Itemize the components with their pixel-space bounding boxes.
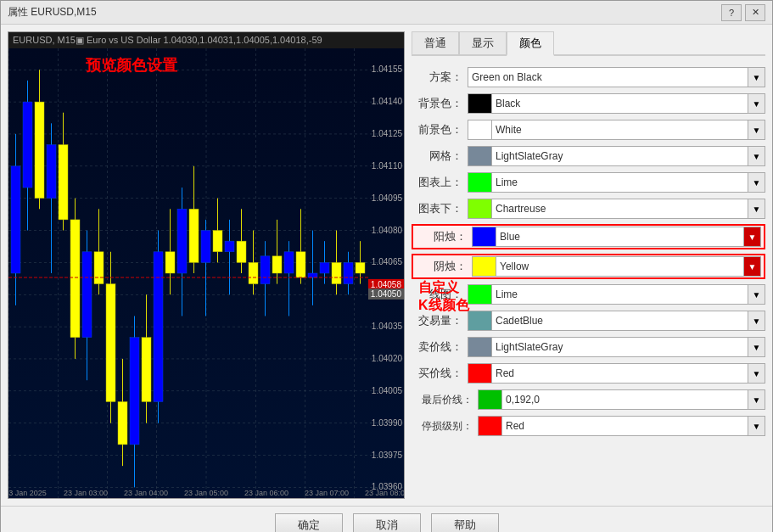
select-ask[interactable]: LightSlateGray ▼: [468, 337, 765, 357]
label-chart-up: 图表上：: [412, 175, 462, 190]
title-bar: 属性 EURUSD,M15 ? ✕: [1, 1, 772, 25]
tab-normal[interactable]: 普通: [412, 31, 459, 54]
row-bear-candle: 阴烛： Yellow ▼: [412, 254, 765, 279]
swatch-chart-down: [468, 199, 492, 218]
label-stoploss: 停损级别：: [412, 419, 473, 434]
label-bid: 买价线：: [412, 366, 462, 381]
select-fg[interactable]: White ▼: [468, 120, 765, 140]
select-chart-down[interactable]: Chartreuse ▼: [468, 199, 765, 219]
main-window: 属性 EURUSD,M15 ? ✕ 预览颜色设置 EURUSD, M15▣ Eu…: [0, 0, 773, 532]
arrow-chart-up[interactable]: ▼: [748, 173, 765, 192]
label-fg: 前景色：: [412, 122, 462, 137]
title-bar-left: 属性 EURUSD,M15: [8, 5, 97, 20]
row-scheme: 方案： Green on Black ▼: [412, 66, 765, 88]
swatch-chart-up: [468, 173, 492, 192]
arrow-bear-candle[interactable]: ▼: [743, 257, 760, 276]
swatch-volume: [468, 311, 492, 330]
row-chart-down: 图表下： Chartreuse ▼: [412, 198, 765, 220]
annotation-mid: 自定义K线颜色: [418, 279, 469, 315]
swatch-stoploss: [479, 417, 502, 435]
swatch-fg: [468, 120, 492, 139]
arrow-volume[interactable]: ▼: [748, 311, 765, 330]
label-chart-down: 图表下：: [412, 201, 462, 216]
row-fg: 前景色： White ▼: [412, 119, 765, 141]
arrow-line[interactable]: ▼: [748, 285, 765, 304]
row-bid: 买价线： Red ▼: [412, 362, 765, 384]
label-grid: 网格：: [412, 148, 462, 164]
label-scheme: 方案：: [412, 70, 462, 85]
help-button[interactable]: ?: [721, 4, 742, 21]
select-line[interactable]: Lime ▼: [468, 284, 765, 305]
row-stoploss: 停损级别： Red ▼: [412, 415, 765, 437]
value-fg: White: [492, 124, 748, 136]
label-bear-candle: 阴烛：: [416, 259, 467, 274]
select-grid[interactable]: LightSlateGray ▼: [468, 146, 765, 166]
help-btn[interactable]: 帮助: [431, 513, 499, 532]
content-area: 预览颜色设置 EURUSD, M15▣ Euro vs US Dollar 1.…: [1, 25, 772, 506]
swatch-grid: [468, 147, 492, 165]
arrow-bull-candle[interactable]: ▼: [743, 227, 760, 246]
value-bg: Black: [492, 98, 748, 109]
label-volume: 交易量：: [412, 313, 462, 328]
settings-panel: 普通 显示 颜色 方案： Green on Black ▼ 背景色：: [412, 31, 765, 499]
swatch-bid: [468, 364, 492, 383]
price-label-2: 1.04050: [368, 288, 404, 300]
row-ask: 卖价线： LightSlateGray ▼: [412, 336, 765, 358]
value-bull-candle: Blue: [496, 231, 743, 243]
arrow-grid[interactable]: ▼: [748, 147, 765, 165]
select-bg[interactable]: Black ▼: [468, 93, 765, 114]
row-grid: 网格： LightSlateGray ▼: [412, 145, 765, 167]
cancel-button[interactable]: 取消: [353, 513, 421, 532]
select-stoploss[interactable]: Red ▼: [478, 416, 765, 436]
label-ask: 卖价线：: [412, 339, 462, 355]
tab-color[interactable]: 颜色: [507, 31, 554, 56]
value-last: 0,192,0: [502, 394, 748, 406]
value-stoploss: Red: [502, 420, 748, 432]
value-line: Lime: [492, 288, 748, 300]
bottom-bar: 确定 取消 帮助: [1, 506, 772, 532]
select-bid[interactable]: Red ▼: [468, 363, 765, 384]
select-chart-up[interactable]: Lime ▼: [468, 172, 765, 193]
swatch-bg: [468, 94, 492, 113]
arrow-chart-down[interactable]: ▼: [748, 199, 765, 218]
select-bear-candle[interactable]: Yellow ▼: [472, 256, 761, 277]
swatch-ask: [468, 338, 492, 356]
chart-header: EURUSD, M15▣ Euro vs US Dollar 1.04030,1…: [8, 32, 404, 48]
tabs-row: 普通 显示 颜色: [412, 31, 765, 56]
chart-panel: EURUSD, M15▣ Euro vs US Dollar 1.04030,1…: [8, 31, 405, 499]
arrow-bid[interactable]: ▼: [748, 364, 765, 383]
value-bid: Red: [492, 367, 748, 379]
select-volume[interactable]: CadetBlue ▼: [468, 311, 765, 331]
row-chart-up: 图表上： Lime ▼: [412, 171, 765, 193]
arrow-stoploss[interactable]: ▼: [748, 417, 765, 435]
label-bg: 背景色：: [412, 96, 462, 111]
swatch-bull-candle: [473, 227, 496, 246]
label-bull-candle: 阳烛：: [416, 229, 467, 244]
tab-display[interactable]: 显示: [459, 31, 507, 54]
title-bar-controls: ? ✕: [721, 4, 765, 21]
select-last[interactable]: 0,192,0 ▼: [478, 389, 765, 410]
value-chart-down: Chartreuse: [492, 203, 748, 215]
label-last: 最后价线：: [412, 393, 473, 407]
swatch-last: [479, 390, 502, 409]
row-last: 最后价线： 0,192,0 ▼: [412, 389, 765, 411]
arrow-last[interactable]: ▼: [748, 390, 765, 409]
row-bull-candle: 阳烛： Blue ▼: [412, 224, 765, 249]
arrow-bg[interactable]: ▼: [748, 94, 765, 113]
arrow-fg[interactable]: ▼: [748, 120, 765, 139]
row-bg: 背景色： Black ▼: [412, 92, 765, 115]
chart-body: 1.04058 1.04050: [8, 48, 404, 498]
window-title: 属性 EURUSD,M15: [8, 5, 97, 20]
annotation-top: 预览颜色设置: [86, 55, 177, 76]
select-scheme[interactable]: Green on Black ▼: [468, 67, 765, 87]
value-bear-candle: Yellow: [496, 260, 743, 272]
confirm-button[interactable]: 确定: [275, 513, 343, 532]
value-ask: LightSlateGray: [492, 341, 748, 353]
swatch-bear-candle: [473, 257, 496, 276]
close-button[interactable]: ✕: [745, 4, 765, 21]
arrow-ask[interactable]: ▼: [748, 338, 765, 356]
select-bull-candle[interactable]: Blue ▼: [472, 227, 761, 247]
swatch-line: [468, 285, 492, 304]
arrow-scheme[interactable]: ▼: [748, 68, 765, 87]
value-scheme: Green on Black: [468, 71, 748, 83]
